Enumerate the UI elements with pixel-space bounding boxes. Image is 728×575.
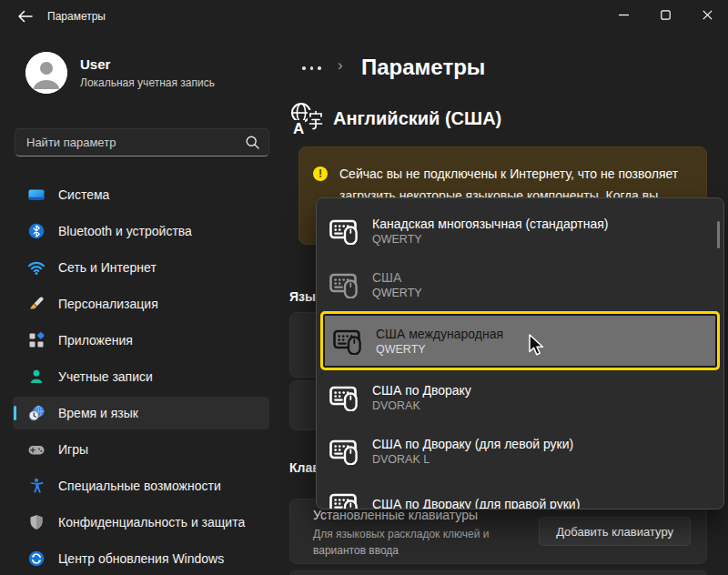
close-button[interactable] bbox=[686, 0, 728, 30]
person-icon bbox=[25, 52, 67, 94]
sidebar-item-label: Центр обновления Windows bbox=[58, 551, 224, 566]
sidebar-item-label: Конфиденциальность и защита bbox=[58, 515, 245, 530]
system-icon bbox=[27, 186, 46, 204]
user-avatar[interactable] bbox=[25, 52, 67, 94]
window-title: Параметры bbox=[47, 10, 106, 23]
keyboard-mouse-icon bbox=[329, 271, 360, 298]
bluetooth-icon bbox=[27, 222, 46, 240]
layout-title: США по Двораку (для правой руки) bbox=[372, 497, 580, 510]
sidebar-item-label: Специальные возможности bbox=[58, 479, 221, 493]
language-icon: A bbox=[289, 101, 326, 137]
layout-subtitle: QWERTY bbox=[372, 233, 608, 246]
sidebar-item-system[interactable]: Система bbox=[13, 178, 269, 211]
search-input[interactable] bbox=[15, 129, 234, 156]
installed-keyboards-subtitle: Для языковых раскладок ключей и варианто… bbox=[313, 526, 489, 559]
sidebar-item-label: Игры bbox=[58, 442, 88, 457]
maximize-button[interactable] bbox=[644, 0, 686, 30]
sidebar-item-label: Bluetooth и устройства bbox=[58, 224, 192, 238]
sidebar-item-label: Время и язык bbox=[58, 406, 138, 420]
sidebar-item-network[interactable]: Сеть и Интернет bbox=[13, 251, 269, 284]
gaming-icon bbox=[27, 440, 46, 459]
personalization-icon bbox=[27, 295, 46, 313]
accessibility-icon bbox=[27, 477, 46, 495]
layout-option-us-dvorak-right[interactable]: США по Двораку (для правой руки) bbox=[317, 478, 723, 509]
layout-option-canadian-multilingual[interactable]: Канадская многоязычная (стандартная) QWE… bbox=[317, 204, 723, 257]
layout-subtitle: QWERTY bbox=[376, 343, 503, 356]
layout-title: США bbox=[372, 270, 422, 285]
sidebar-item-personalization[interactable]: Персонализация bbox=[13, 288, 269, 320]
layout-subtitle: QWERTY bbox=[372, 287, 422, 299]
mouse-cursor bbox=[528, 334, 550, 358]
settings-search bbox=[15, 128, 269, 156]
layout-subtitle: DVORAK bbox=[372, 399, 471, 412]
svg-text:A: A bbox=[293, 120, 304, 137]
windows-update-icon bbox=[27, 550, 46, 568]
keyboard-mouse-icon bbox=[329, 384, 360, 411]
sidebar-item-accounts[interactable]: Учетные записи bbox=[13, 360, 269, 393]
minimize-button[interactable] bbox=[602, 0, 644, 30]
sidebar-item-bluetooth[interactable]: Bluetooth и устройства bbox=[13, 215, 269, 247]
layout-title: США по Двораку (для левой руки) bbox=[372, 437, 573, 451]
sidebar-item-windows-update[interactable]: Центр обновления Windows bbox=[13, 542, 269, 575]
sidebar-item-time-language[interactable]: Время и язык bbox=[13, 397, 269, 429]
sidebar-item-label: Учетные записи bbox=[58, 369, 153, 384]
keyboard-mouse-icon bbox=[329, 491, 360, 510]
sidebar-item-apps[interactable]: Приложения bbox=[13, 324, 269, 357]
minimize-icon bbox=[619, 10, 629, 20]
arrow-left-icon bbox=[17, 10, 33, 23]
layout-option-us[interactable]: США QWERTY bbox=[317, 257, 723, 311]
warning-icon: ! bbox=[313, 166, 328, 181]
keyboard-layout-dropdown: Канадская многоязычная (стандартная) QWE… bbox=[316, 197, 724, 509]
selected-accent-bar bbox=[14, 406, 16, 420]
sidebar-item-label: Персонализация bbox=[58, 297, 158, 311]
user-name: User bbox=[80, 56, 110, 72]
sidebar-item-gaming[interactable]: Игры bbox=[13, 433, 269, 466]
layout-title: Канадская многоязычная (стандартная) bbox=[372, 217, 608, 231]
layout-option-us-international[interactable]: США международная QWERTY bbox=[320, 311, 720, 370]
breadcrumb-title[interactable]: Параметры bbox=[361, 55, 485, 80]
chevron-right-icon: › bbox=[338, 56, 343, 75]
breadcrumb-ellipsis-button[interactable] bbox=[300, 65, 323, 72]
keyboard-mouse-icon bbox=[329, 438, 360, 465]
page-title: Английский (США) bbox=[333, 108, 501, 129]
title-bar: Параметры bbox=[0, 0, 728, 33]
sidebar-item-accessibility[interactable]: Специальные возможности bbox=[13, 469, 269, 502]
sidebar-item-label: Приложения bbox=[58, 333, 133, 348]
maximize-icon bbox=[661, 10, 671, 20]
settings-nav: Система Bluetooth и устройства Сеть и Ин… bbox=[13, 178, 269, 575]
sidebar-item-label: Система bbox=[58, 187, 109, 202]
installed-keyboards-title: Установленные клавиатуры bbox=[313, 508, 478, 522]
privacy-icon bbox=[27, 513, 46, 531]
next-card-edge bbox=[289, 570, 707, 575]
layout-title: США по Двораку bbox=[372, 383, 471, 398]
layout-title: США международная bbox=[376, 327, 503, 341]
add-keyboard-button[interactable]: Добавить клавиатуру bbox=[539, 517, 691, 546]
user-account-type: Локальная учетная запись bbox=[80, 76, 215, 89]
layout-option-us-dvorak[interactable]: США по Двораку DVORAK bbox=[317, 370, 723, 424]
keyboard-mouse-icon bbox=[329, 217, 360, 245]
layout-option-us-dvorak-left[interactable]: США по Двораку (для левой руки) DVORAK L bbox=[317, 424, 723, 478]
apps-icon bbox=[27, 331, 46, 349]
sidebar-item-privacy[interactable]: Конфиденциальность и защита bbox=[13, 506, 269, 539]
close-icon bbox=[703, 10, 713, 20]
warning-line-1: Сейчас вы не подключены к Интернету, что… bbox=[339, 163, 678, 185]
dropdown-scrollbar-thumb[interactable] bbox=[717, 221, 720, 248]
layout-subtitle: DVORAK L bbox=[372, 453, 573, 466]
time-language-icon bbox=[27, 404, 46, 422]
back-button[interactable] bbox=[11, 4, 38, 29]
keyboard-mouse-icon bbox=[333, 328, 364, 355]
search-icon bbox=[246, 136, 259, 149]
accounts-icon bbox=[27, 368, 46, 386]
sidebar-item-label: Сеть и Интернет bbox=[58, 260, 157, 275]
network-icon bbox=[27, 258, 46, 277]
